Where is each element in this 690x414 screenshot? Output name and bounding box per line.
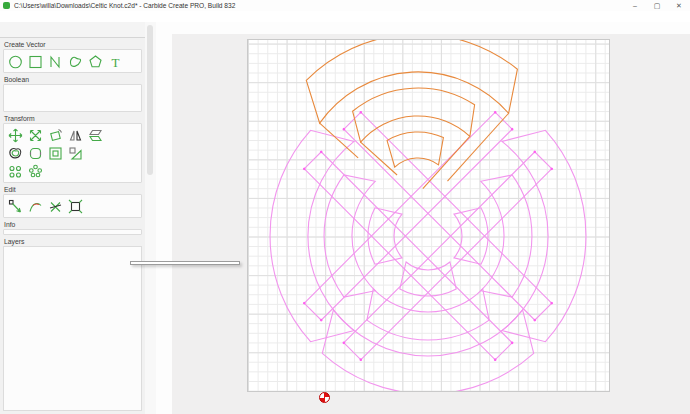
create-vector-section: Create Vector T xyxy=(0,38,145,73)
create-vector-title: Create Vector xyxy=(4,41,142,48)
trim-icon[interactable] xyxy=(47,145,64,161)
info-section: Info xyxy=(0,218,145,235)
polyline-icon[interactable] xyxy=(47,53,64,69)
mirror-icon[interactable] xyxy=(67,127,84,143)
left-panel: Create Vector T Boolean Transform xyxy=(0,22,146,414)
offset-icon[interactable] xyxy=(7,145,24,161)
celtic-knot-drawing[interactable] xyxy=(248,40,609,391)
info-title: Info xyxy=(4,221,142,228)
boolean-section: Boolean xyxy=(0,73,145,112)
vector-group-pink[interactable] xyxy=(270,110,586,391)
origin-marker xyxy=(319,392,330,403)
svg-text:T: T xyxy=(112,54,120,69)
polygon-icon[interactable] xyxy=(87,53,104,69)
resize-icon[interactable] xyxy=(27,127,44,143)
window-title: C:\Users\willa\Downloads\Celtic Knot.c2d… xyxy=(14,2,235,9)
rectangle-icon[interactable] xyxy=(27,53,44,69)
trim-vectors-icon[interactable] xyxy=(47,198,64,214)
menu-bar xyxy=(0,11,690,22)
layers-section: Layers xyxy=(0,235,145,414)
boundary-box-icon[interactable] xyxy=(67,198,84,214)
transform-title: Transform xyxy=(4,115,142,122)
linear-array-icon[interactable] xyxy=(7,163,24,179)
layers-title: Layers xyxy=(4,238,142,245)
tab-bar xyxy=(0,22,145,38)
app-icon xyxy=(3,2,10,9)
app-window: C:\Users\willa\Downloads\Celtic Knot.c2d… xyxy=(0,0,690,414)
maximize-button[interactable]: ▢ xyxy=(646,0,668,11)
fillet-icon[interactable] xyxy=(27,145,44,161)
rotate-icon[interactable] xyxy=(47,127,64,143)
canvas-viewport[interactable] xyxy=(172,34,690,414)
curve-edit-icon[interactable] xyxy=(27,198,44,214)
layer-context-menu xyxy=(130,261,240,265)
transform-section: Transform xyxy=(0,112,145,183)
edit-title: Edit xyxy=(4,186,142,193)
circle-icon[interactable] xyxy=(7,53,24,69)
close-button[interactable]: ✕ xyxy=(668,0,690,11)
minimize-button[interactable]: – xyxy=(624,0,646,11)
move-icon[interactable] xyxy=(7,127,24,143)
panel-scrollbar-thumb[interactable] xyxy=(147,25,153,175)
vertical-ruler xyxy=(156,34,173,414)
skew-icon[interactable] xyxy=(87,127,104,143)
edit-section: Edit xyxy=(0,183,145,218)
stock-area[interactable] xyxy=(247,39,610,392)
boolean-title: Boolean xyxy=(4,76,142,83)
curve-icon[interactable] xyxy=(67,53,84,69)
node-edit-icon[interactable] xyxy=(7,198,24,214)
circular-array-icon[interactable] xyxy=(27,163,44,179)
text-icon[interactable]: T xyxy=(107,53,124,69)
scale-icon[interactable] xyxy=(67,145,84,161)
